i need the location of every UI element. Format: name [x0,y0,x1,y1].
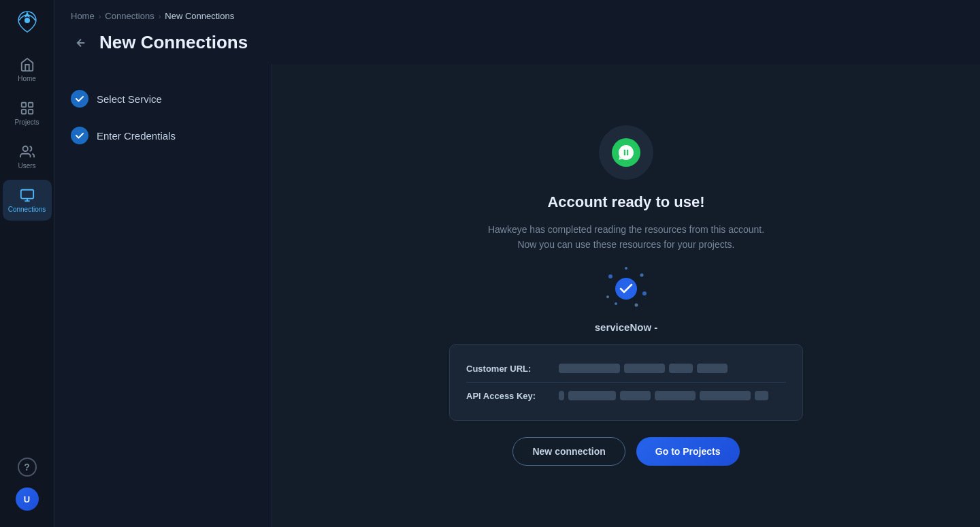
content-area: Select Service Enter Credentials [54,64,980,527]
action-buttons: New connection Go to Projects [512,437,739,466]
blur-pill-key-5 [755,391,768,400]
go-to-projects-button[interactable]: Go to Projects [636,437,740,466]
svg-point-11 [606,296,609,298]
svg-point-0 [24,18,30,23]
steps-panel: Select Service Enter Credentials [54,64,272,527]
blur-pill-key-3 [655,391,696,400]
service-icon-inner [612,138,640,167]
svg-point-13 [615,302,617,305]
info-label-apikey: API Access Key: [466,391,548,401]
step-1-label: Select Service [97,93,162,105]
sidebar-item-projects[interactable]: Projects [3,93,52,133]
svg-point-14 [635,304,638,307]
sidebar-item-home-label: Home [18,75,36,82]
blur-pill-key-1 [568,391,616,400]
page-title: New Connections [99,32,248,53]
svg-rect-4 [28,109,32,113]
info-label-url: Customer URL: [466,364,548,374]
step-1: Select Service [71,80,255,117]
account-ready-title: Account ready to use! [547,193,704,211]
step-2-check [71,127,88,144]
sidebar: Home Projects Users [0,0,54,527]
account-ready-desc: Hawkeye has completed reading the resour… [488,222,764,253]
breadcrumb-sep-1: › [99,12,101,20]
breadcrumb-connections[interactable]: Connections [105,11,154,21]
blur-pill-url-3 [669,364,693,373]
sidebar-item-home[interactable]: Home [3,49,52,90]
breadcrumb-home[interactable]: Home [71,11,95,21]
svg-rect-2 [28,102,32,106]
info-card: Customer URL: API Access Key: [449,344,803,421]
svg-point-10 [640,274,644,277]
svg-point-15 [625,267,627,270]
svg-rect-3 [21,109,25,113]
blur-pill-url-1 [559,364,620,373]
sidebar-item-projects-label: Projects [14,118,39,126]
blur-pill-key-0 [559,391,564,400]
info-value-apikey [559,391,768,400]
new-connection-button[interactable]: New connection [512,437,625,466]
blur-pill-url-4 [697,364,728,373]
sidebar-item-users[interactable]: Users [3,136,52,177]
page-header: New Connections [54,27,980,64]
step-2: Enter Credentials [71,117,255,154]
step-1-check [71,90,88,108]
sidebar-item-users-label: Users [18,162,35,170]
service-name: serviceNow - [595,321,658,333]
blur-pill-key-4 [700,391,751,400]
service-icon-container [599,125,653,180]
info-row-apikey: API Access Key: [466,383,786,409]
svg-point-12 [642,291,647,296]
breadcrumb-current: New Connections [165,11,234,21]
app-logo [14,8,41,35]
help-button[interactable]: ? [18,458,37,477]
step-2-label: Enter Credentials [97,130,176,142]
celebration-icon [602,263,650,310]
account-ready-desc-line1: Hawkeye has completed reading the resour… [488,224,764,235]
user-avatar[interactable]: U [16,488,39,511]
breadcrumb: Home › Connections › New Connections [54,0,980,27]
svg-point-16 [615,278,637,300]
svg-point-9 [608,274,612,278]
sidebar-bottom: ? U [16,458,39,519]
sidebar-nav: Home Projects Users [0,49,54,458]
sidebar-item-connections[interactable]: Connections [3,180,52,221]
info-row-url: Customer URL: [466,355,786,383]
breadcrumb-sep-2: › [159,12,161,20]
svg-point-5 [22,146,27,150]
blur-pill-url-2 [624,364,665,373]
svg-rect-1 [21,102,25,106]
sidebar-item-connections-label: Connections [8,206,46,213]
svg-rect-6 [20,189,33,198]
back-button[interactable] [71,33,91,53]
blur-pill-key-2 [620,391,651,400]
account-ready-desc-line2: Now you can use these resources for your… [517,239,734,250]
result-area: Account ready to use! Hawkeye has comple… [272,64,980,527]
info-value-url [559,364,728,373]
main-content: Home › Connections › New Connections New… [54,0,980,527]
